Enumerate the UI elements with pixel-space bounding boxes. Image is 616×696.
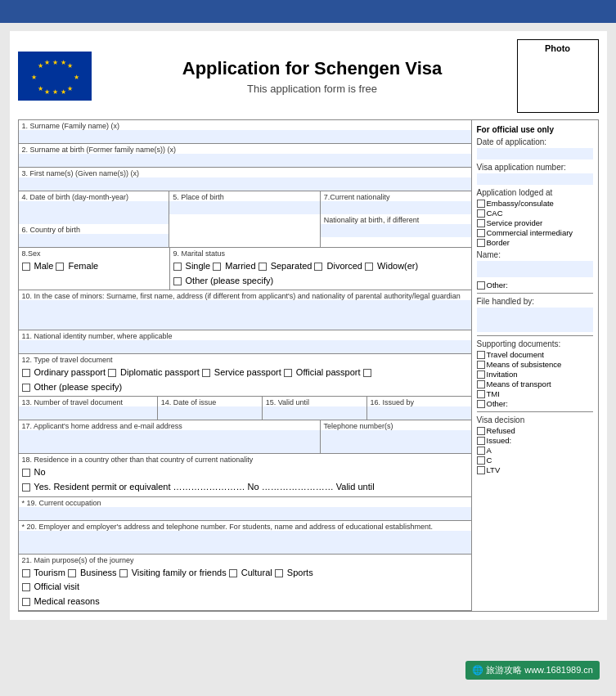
visa-decision-label: Visa decision: [477, 415, 593, 424]
field-5-value[interactable]: [169, 201, 320, 214]
label-refused: Refused: [487, 426, 515, 435]
checkbox-married[interactable]: [213, 263, 221, 271]
field-4-value[interactable]: [19, 201, 169, 224]
checkbox-male[interactable]: [22, 263, 30, 271]
support-transport: Means of transport: [477, 379, 593, 388]
svg-text:★: ★: [60, 59, 65, 66]
checkbox-other-passport-2[interactable]: [22, 384, 30, 392]
checkbox-visiting[interactable]: [119, 569, 128, 577]
checkbox-a[interactable]: [477, 447, 485, 455]
option-border: Border: [477, 238, 593, 247]
form-container: 1. Surname (Family name) (x) 2. Surname …: [18, 119, 599, 612]
checkbox-issued[interactable]: [477, 437, 485, 445]
field-18-label: 18. Residence in a country other than th…: [19, 454, 471, 464]
field-15-label: 15. Valid until: [263, 397, 366, 406]
field-7b-value[interactable]: [321, 224, 471, 237]
visa-num-value[interactable]: [477, 173, 593, 185]
field-7-value[interactable]: [321, 201, 471, 214]
field-10-value[interactable]: [19, 300, 471, 330]
checkbox-tmi[interactable]: [477, 390, 485, 398]
checkbox-ltv[interactable]: [477, 466, 485, 474]
field-1-row: 1. Surname (Family name) (x): [19, 120, 471, 144]
field-20-value[interactable]: [19, 531, 471, 554]
field-10-row: 10. In the case of minors: Surname, firs…: [19, 290, 471, 330]
checkbox-commercial[interactable]: [477, 229, 485, 237]
checkbox-service-passport[interactable]: [202, 369, 210, 377]
svg-text:★: ★: [73, 74, 79, 81]
label-invitation: Invitation: [487, 370, 518, 379]
field-13-value[interactable]: [19, 406, 157, 420]
support-other: Other:: [477, 399, 593, 408]
checkbox-official-passport[interactable]: [284, 369, 292, 377]
label-service-passport: Service passport: [212, 367, 284, 377]
name-value[interactable]: [477, 261, 593, 277]
checkbox-tourism[interactable]: [22, 569, 30, 577]
field-19-value[interactable]: [19, 507, 471, 520]
file-value[interactable]: [477, 308, 593, 332]
checkbox-widow[interactable]: [365, 263, 373, 271]
label-cac: CAC: [487, 209, 503, 218]
checkbox-border[interactable]: [477, 239, 485, 247]
checkbox-yes-residence[interactable]: [22, 483, 30, 492]
photo-box: Photo: [517, 39, 599, 113]
field-6-value[interactable]: [19, 234, 169, 247]
checkbox-cultural[interactable]: [229, 569, 237, 577]
checkbox-transport[interactable]: [477, 380, 485, 388]
checkbox-other-1[interactable]: [477, 281, 485, 290]
field-15-value[interactable]: [263, 406, 366, 420]
form-right: For official use only Date of applicatio…: [472, 119, 599, 612]
checkbox-official-visit[interactable]: [22, 583, 30, 591]
checkbox-support-other[interactable]: [477, 400, 485, 408]
field-17b-label: Telephone number(s): [321, 420, 471, 430]
checkbox-subsistence[interactable]: [477, 361, 485, 369]
field-9-col: 9. Marital status Single Married Separat…: [170, 248, 471, 290]
svg-text:★: ★: [60, 88, 65, 96]
field-12-row: 12. Type of travel document Ordinary pas…: [19, 354, 471, 397]
field-21-row: 21. Main purpose(s) of the journey Touri…: [19, 555, 471, 612]
checkbox-no-residence[interactable]: [22, 469, 30, 477]
title-block: Application for Schengen Visa This appli…: [108, 58, 517, 95]
checkbox-travel-doc[interactable]: [477, 351, 485, 359]
field-17-value[interactable]: [19, 430, 320, 453]
checkbox-medical[interactable]: [22, 598, 30, 606]
file-label: File handled by:: [477, 297, 593, 306]
field-17b-value[interactable]: [321, 430, 471, 453]
checkbox-business[interactable]: [68, 569, 76, 577]
label-female: Female: [65, 261, 98, 271]
checkbox-cac[interactable]: [477, 209, 485, 218]
lodged-label: Application lodged at: [477, 188, 593, 197]
field-1-value[interactable]: [19, 130, 471, 143]
checkbox-female[interactable]: [56, 263, 64, 271]
field-2-value[interactable]: [19, 154, 471, 167]
checkbox-refused[interactable]: [477, 427, 485, 435]
option-other-1: Other:: [477, 281, 593, 290]
field-20-row: * 20. Employer and employer's address an…: [19, 521, 471, 555]
field-6-label: 6. Country of birth: [19, 224, 169, 234]
checkbox-invitation[interactable]: [477, 370, 485, 379]
field-11-value[interactable]: [19, 340, 471, 353]
checkbox-divorced[interactable]: [314, 263, 322, 271]
checkbox-separated[interactable]: [259, 263, 267, 271]
field-8-col: 8.Sex Male Female: [19, 248, 170, 290]
checkbox-service-provider[interactable]: [477, 219, 485, 227]
checkbox-ordinary-passport[interactable]: [22, 369, 30, 377]
checkbox-diplomatic-passport[interactable]: [108, 369, 116, 377]
checkbox-embassy[interactable]: [477, 200, 485, 208]
label-official-visit: Official visit: [32, 581, 79, 591]
field-7b-label: Nationality at birth, if different: [321, 214, 471, 224]
field-14-value[interactable]: [158, 406, 262, 420]
official-use-title: For official use only: [477, 125, 593, 134]
label-no-residence: No: [32, 467, 46, 477]
support-subsistence: Means of subsistence: [477, 360, 593, 369]
checkbox-other-marital[interactable]: [173, 277, 182, 285]
field-3-value[interactable]: [19, 177, 471, 191]
field-5-col: 5. Place of birth: [169, 191, 321, 247]
label-single: Single: [183, 261, 214, 271]
date-value[interactable]: [477, 148, 593, 159]
field-2-label: 2. Surname at birth (Former family name(…: [19, 144, 471, 154]
checkbox-other-passport[interactable]: [363, 369, 371, 377]
checkbox-sports[interactable]: [275, 569, 283, 577]
checkbox-c[interactable]: [477, 456, 485, 465]
checkbox-single[interactable]: [173, 263, 182, 271]
field-16-value[interactable]: [367, 406, 471, 420]
